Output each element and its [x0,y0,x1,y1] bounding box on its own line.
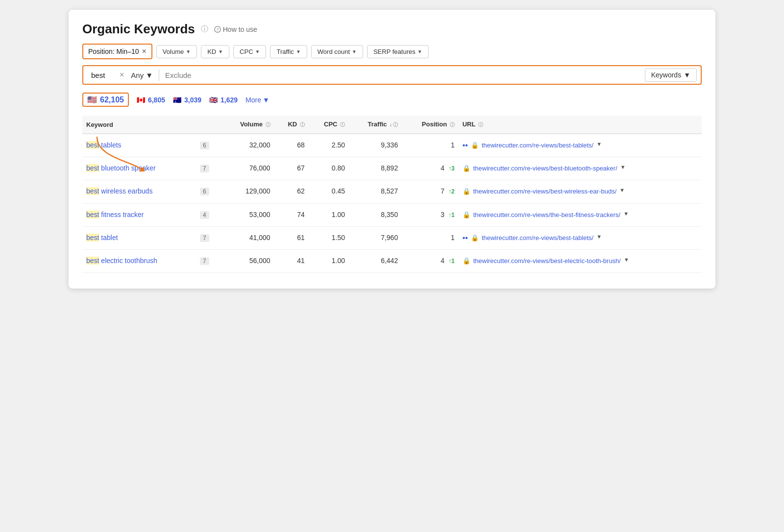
url-info-icon[interactable]: ⓘ [478,122,483,127]
volume-filter-btn[interactable]: Volume ▼ [156,45,197,58]
traffic-sort-icon[interactable]: ↓ [390,122,392,127]
keyword-cell: best wireless earbuds [82,180,192,203]
url-text[interactable]: thewirecutter.com/re-views/best-tablets/ [482,141,593,150]
word-count-badge: 7 [200,257,209,265]
traffic-cell: 7,960 [349,226,402,249]
url-cell-inner: 🔒thewirecutter.com/re-views/best-bluetoo… [463,164,698,173]
keyword-link[interactable]: best tablets [86,141,122,149]
word-count-badge: 7 [200,165,209,172]
ca-count: 6,805 [148,96,165,104]
keyword-highlight: best [86,234,99,242]
keyword-cell: best tablet [82,226,192,249]
word-count-filter-btn[interactable]: Word count ▼ [311,45,363,58]
serp-icon[interactable]: •• [463,141,468,150]
country-au[interactable]: 🇦🇺 3,039 [173,96,201,104]
volume-info-icon[interactable]: ⓘ [266,122,270,127]
url-dropdown-icon[interactable]: ▼ [623,211,629,217]
keyword-link[interactable]: best fitness tracker [86,211,144,218]
url-text[interactable]: thewirecutter.com/re-views/best-wireless… [473,187,617,196]
traffic-filter-btn[interactable]: Traffic ▼ [270,45,307,58]
url-dropdown-icon[interactable]: ▼ [620,164,626,170]
position-change: ↑1 [448,258,455,265]
keyword-highlight: best [86,164,99,172]
cpc-cell: 0.45 [309,180,349,203]
us-flag: 🇺🇸 [87,95,97,104]
word-count-cell: 6 [192,180,221,203]
country-gb[interactable]: 🇬🇧 1,629 [209,96,238,104]
search-value[interactable]: best [87,69,117,81]
search-clear-btn[interactable]: × [117,71,127,79]
table-row: best tablets632,000682.509,3361••🔒thewir… [82,134,702,157]
word-count-cell: 7 [192,249,221,272]
how-to-use-link[interactable]: ? How to use [214,25,257,33]
col-kd: KD ⓘ [274,116,309,134]
serp-icon[interactable]: •• [463,234,468,242]
country-us[interactable]: 🇺🇸 62,105 [82,93,129,107]
url-dropdown-icon[interactable]: ▼ [596,141,602,147]
volume-cell: 129,000 [221,180,274,203]
cpc-info-icon[interactable]: ⓘ [340,122,345,127]
volume-cell: 76,000 [221,157,274,180]
svg-text:?: ? [216,27,219,32]
position-filter-chip[interactable]: Position: Min–10 × [82,44,152,59]
table-row: best bluetooth speaker776,000670.808,892… [82,157,702,180]
kd-info-icon[interactable]: ⓘ [300,122,305,127]
keyword-link[interactable]: best tablet [86,234,118,242]
exclude-input[interactable] [161,69,643,81]
url-cell-inner: ••🔒thewirecutter.com/re-views/best-table… [463,234,698,242]
lock-icon: 🔒 [471,234,479,242]
any-chevron-icon: ▼ [146,71,153,79]
table-row: best fitness tracker453,000741.008,3503 … [82,203,702,226]
url-text[interactable]: thewirecutter.com/re-views/best-bluetoot… [473,164,617,173]
keywords-dropdown-btn[interactable]: Keywords ▼ [645,68,697,82]
more-countries-btn[interactable]: More ▼ [245,96,270,104]
col-cpc: CPC ⓘ [309,116,349,134]
kd-filter-btn[interactable]: KD ▼ [201,45,229,58]
position-change: ↑1 [448,212,455,218]
col-volume: Volume ⓘ [221,116,274,134]
keyword-link[interactable]: best electric toothbrush [86,257,157,265]
url-text[interactable]: thewirecutter.com/re-views/the-best-fitn… [473,211,621,219]
info-icon[interactable]: ⓘ [201,24,208,34]
word-count-badge: 7 [200,234,209,242]
url-cell-inner: 🔒thewirecutter.com/re-views/best-wireles… [463,187,698,196]
keyword-cell: best bluetooth speaker [82,157,192,180]
volume-chevron-icon: ▼ [186,49,191,54]
url-text[interactable]: thewirecutter.com/re-views/best-tablets/ [482,234,593,242]
word-count-cell: 7 [192,226,221,249]
traffic-cell: 8,892 [349,157,402,180]
position-filter-close[interactable]: × [142,47,147,56]
url-dropdown-icon[interactable]: ▼ [596,234,602,240]
traffic-info-icon[interactable]: ⓘ [393,122,398,127]
table-header-row: Keyword Volume ⓘ KD ⓘ CPC ⓘ Traffic ↓ⓘ P… [82,116,702,134]
lock-icon: 🔒 [463,211,470,218]
keyword-cell: best tablets [82,134,192,157]
traffic-cell: 8,350 [349,203,402,226]
url-dropdown-icon[interactable]: ▼ [619,187,625,193]
volume-cell: 32,000 [221,134,274,157]
serp-features-filter-btn[interactable]: SERP features ▼ [367,45,429,58]
any-dropdown-btn[interactable]: Any ▼ [127,69,157,81]
table-row: best wireless earbuds6129,000620.458,527… [82,180,702,203]
url-cell-inner: 🔒thewirecutter.com/re-views/best-electri… [463,257,698,266]
position-info-icon[interactable]: ⓘ [450,122,455,127]
keyword-link[interactable]: best wireless earbuds [86,187,152,195]
url-dropdown-icon[interactable]: ▼ [624,257,629,263]
us-count: 62,105 [100,96,124,104]
position-cell: 1 [402,134,458,157]
header-row: Organic Keywords ⓘ ? How to use [82,22,702,37]
keyword-cell: best fitness tracker [82,203,192,226]
url-cell: ••🔒thewirecutter.com/re-views/best-table… [459,226,702,249]
table-row: best electric toothbrush756,000411.006,4… [82,249,702,272]
url-cell: ••🔒thewirecutter.com/re-views/best-table… [459,134,702,157]
country-ca[interactable]: 🇨🇦 6,805 [137,96,165,104]
word-count-badge: 6 [200,142,209,149]
cpc-cell: 1.00 [309,249,349,272]
traffic-chevron-icon: ▼ [296,49,301,54]
word-count-chevron-icon: ▼ [352,49,357,54]
au-count: 3,039 [184,96,201,104]
cpc-filter-btn[interactable]: CPC ▼ [233,45,266,58]
keyword-link[interactable]: best bluetooth speaker [86,164,156,172]
table-row: best tablet741,000611.507,9601••🔒thewire… [82,226,702,249]
url-text[interactable]: thewirecutter.com/re-views/best-electric… [473,257,621,266]
